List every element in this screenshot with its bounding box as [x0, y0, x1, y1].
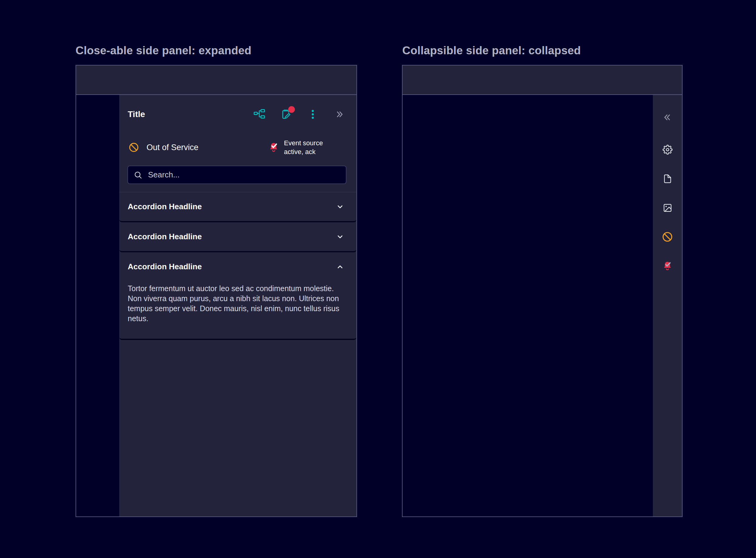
accordion-label: Accordion Headline	[128, 232, 202, 242]
event-source-label: Event source active, ack	[284, 138, 323, 156]
kebab-menu-icon[interactable]	[307, 108, 319, 120]
caption-collapsed-panel: Collapsible side panel: collapsed	[402, 44, 581, 57]
collapse-right-icon[interactable]	[333, 108, 346, 120]
out-of-service-status: Out of Service	[128, 137, 198, 157]
collapsed-panel-demo-frame	[402, 65, 683, 517]
search-input[interactable]	[147, 170, 341, 180]
panel-title-row: Title	[128, 105, 346, 123]
accordion-label: Accordion Headline	[128, 202, 202, 211]
caption-expanded-panel: Close-able side panel: expanded	[76, 44, 252, 57]
side-panel-expanded: Title	[119, 95, 356, 516]
frame-body: Title	[76, 95, 356, 516]
out-of-service-label: Out of Service	[147, 143, 198, 152]
chevron-up-icon	[336, 263, 344, 271]
note-edit-icon[interactable]	[280, 108, 292, 120]
frame-body	[403, 95, 682, 516]
accordion-label: Accordion Headline	[128, 262, 202, 272]
accordion-item-2: Accordion Headline	[119, 222, 356, 252]
main-content-area	[403, 95, 653, 516]
out-of-service-icon[interactable]	[661, 231, 674, 243]
side-panel-collapsed-rail	[653, 95, 682, 516]
document-icon[interactable]	[661, 173, 674, 185]
app-header-bar	[403, 66, 682, 95]
chevron-down-icon	[336, 233, 344, 241]
accordion-header-2[interactable]: Accordion Headline	[119, 222, 356, 251]
search-icon	[133, 171, 143, 180]
accordion-item-1: Accordion Headline	[119, 192, 356, 222]
status-row: Out of Service Event source ac	[128, 137, 348, 157]
event-ack-icon	[268, 141, 280, 153]
collapse-left-icon[interactable]	[661, 111, 674, 123]
panel-toolbar	[253, 108, 346, 120]
settings-icon[interactable]	[661, 144, 674, 156]
out-of-service-icon	[128, 141, 140, 153]
accordion-header-3[interactable]: Accordion Headline	[119, 252, 356, 281]
notification-badge-dot	[288, 106, 295, 113]
event-source-status: Event source active, ack	[268, 137, 323, 157]
page: Close-able side panel: expanded Collapsi…	[0, 0, 756, 558]
event-source-line2: active, ack	[284, 148, 316, 156]
search-box[interactable]	[127, 166, 347, 184]
panel-title: Title	[128, 109, 253, 119]
accordion-list: Accordion Headline Accordion Headline	[119, 192, 356, 340]
app-header-bar	[76, 66, 356, 95]
expanded-panel-demo-frame: Title	[76, 65, 357, 517]
chevron-down-icon	[336, 203, 344, 211]
image-icon[interactable]	[661, 202, 674, 214]
main-content-area	[76, 95, 119, 516]
topology-icon[interactable]	[253, 108, 266, 120]
accordion-header-1[interactable]: Accordion Headline	[119, 192, 356, 221]
accordion-item-3-expanded: Accordion Headline Tortor fermentum ut a…	[119, 252, 356, 340]
accordion-body-text: Tortor fermentum ut auctor leo sed ac co…	[119, 281, 356, 339]
event-ack-icon[interactable]	[661, 260, 674, 272]
event-source-line1: Event source	[284, 139, 323, 147]
